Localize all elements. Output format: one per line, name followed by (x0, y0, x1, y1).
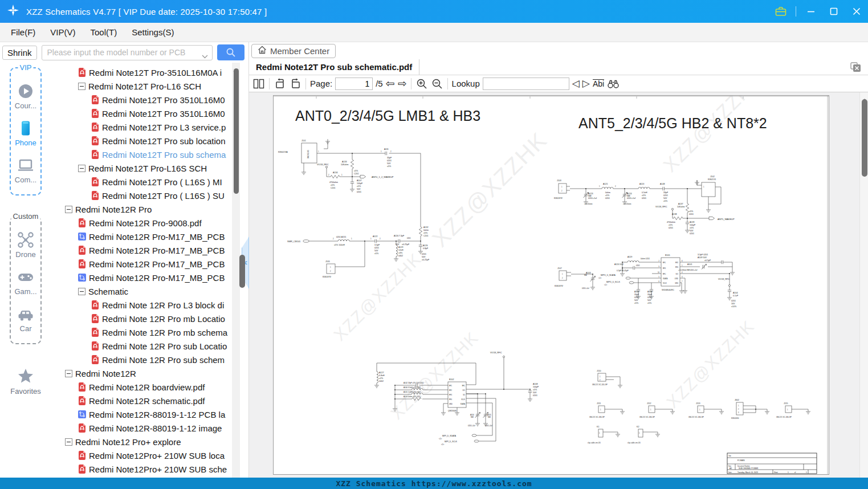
pdf-scrollbar[interactable] (859, 92, 868, 478)
close-button[interactable] (845, 0, 868, 23)
schematic-label: A122 (373, 235, 377, 238)
zoom-out-icon[interactable] (431, 78, 443, 90)
shrink-button[interactable]: Shrink (2, 46, 37, 60)
tree-file[interactable]: Redmi Note 12R Pro sub Locatio (51, 339, 248, 353)
tree-file[interactable]: Redmi Note 12R Pro L3 block di (51, 298, 248, 312)
tree-file[interactable]: Redmi Note12Pro+ 210W SUB sche (51, 462, 248, 476)
tree-file[interactable]: Redmi Note 12R Pro mb schema (51, 325, 248, 339)
home-icon (258, 46, 267, 56)
schematic-label: GND (449, 403, 453, 405)
rotate-right-icon[interactable] (289, 78, 301, 90)
schematic-label: ±5% (331, 184, 335, 186)
binoculars-icon[interactable] (607, 78, 620, 90)
schematic-label: 0201 (690, 233, 694, 235)
page-number-input[interactable] (335, 78, 373, 90)
collapse-icon[interactable] (78, 288, 85, 295)
collapse-icon[interactable] (78, 165, 85, 172)
tree-node[interactable]: Redmi Note12 Pro+ explore (51, 435, 248, 449)
schematic-label: 0201 (731, 300, 736, 302)
collapse-icon[interactable] (65, 206, 72, 213)
find-previous-icon[interactable]: ◁ (572, 78, 580, 89)
tree-file[interactable]: Redmi Note12T Pro sub schema (51, 148, 248, 161)
tree-node[interactable]: Redmi Note12T Pro-L16 SCH (51, 79, 248, 93)
maximize-button[interactable] (822, 0, 845, 23)
schematic-label: VIO18_RFIC (655, 206, 667, 208)
find-next-icon[interactable]: ▷ (582, 78, 590, 89)
schematic-label: A107 (357, 180, 361, 182)
pdf-viewport[interactable]: XZZ@XZZHKXZZ@XZZHKXZZ@XZZHKXZZ@XZZHKXZZ@… (249, 92, 868, 478)
tree-file[interactable]: Redmi Note12T Pro ( L16S ) MI (51, 175, 248, 189)
tree-scrollbar[interactable] (232, 63, 240, 478)
schematic-label: <2> (439, 438, 442, 440)
match-case-icon[interactable]: Abi (593, 79, 604, 88)
pcb-file-icon (78, 273, 86, 282)
schematic-label: ±5% (533, 389, 537, 391)
schematic-label: A109 50V (698, 256, 707, 259)
tree-file[interactable]: Redmi Note12R boardview.pdf (51, 380, 248, 394)
tree-scrollbar-thumb[interactable] (234, 68, 239, 194)
search-input[interactable] (42, 45, 213, 60)
tree-file[interactable]: Redmi Note12T Pro-3510L16M0A i (51, 66, 248, 79)
close-all-tabs-icon[interactable] (850, 62, 861, 75)
tree-item-label: Redmi Note12R Pro-M17_MB_PCB (89, 232, 225, 242)
schematic-page[interactable]: XZZ@XZZHKXZZ@XZZHKXZZ@XZZHKXZZ@XZZHKXZZ@… (273, 95, 829, 475)
tree-node[interactable]: Schematic (51, 284, 248, 298)
sidebar-item-gam[interactable]: Gam... (14, 268, 36, 296)
titlebar-divider (796, 6, 796, 17)
zoom-in-icon[interactable] (415, 78, 428, 90)
page-label: Page: (310, 79, 332, 88)
toolbox-icon[interactable] (769, 0, 792, 23)
rotate-left-icon[interactable] (274, 78, 286, 90)
member-center-button[interactable]: Member Center (251, 44, 336, 58)
tree-file[interactable]: Redmi Note12R Pro-M17_MB_PCB (51, 271, 248, 284)
tree-file[interactable]: Redmi Note12R schematic.pdf (51, 394, 248, 408)
sidebar-item-phone[interactable]: Phone (15, 119, 36, 147)
tree-file[interactable]: Redmi Note12R Pro-M17_MB_PCB (51, 257, 248, 271)
two-page-view-icon[interactable] (252, 78, 265, 90)
lookup-input[interactable] (483, 78, 569, 90)
tree-item-label: Redmi Note12T Pro 3510L16M0 (102, 95, 225, 105)
menu-file[interactable]: File(F) (3, 23, 43, 42)
tree-file[interactable]: Redmi Note12R-88019-1-12 image (51, 421, 248, 435)
collapse-icon[interactable] (65, 370, 72, 377)
tree-file[interactable]: Redmi Note12R Pro-M17_MB_PCB (51, 243, 248, 257)
sidebar-item-favorites[interactable]: Favorites (10, 368, 40, 396)
tree-file[interactable]: Redmi Note12R-88019-1-12 PCB la (51, 408, 248, 421)
tree-file[interactable]: Redmi Note12T Pro L3 service.p (51, 120, 248, 134)
search-button[interactable] (217, 44, 244, 60)
tree-file[interactable]: Redmi Note12R Pro-M17_MB_PCB (51, 230, 248, 243)
pdf-scrollbar-thumb[interactable] (862, 99, 867, 177)
chevron-down-icon[interactable] (202, 51, 208, 61)
sidebar-item-cour[interactable]: Cour... (15, 82, 36, 110)
collapse-icon[interactable] (78, 83, 85, 90)
tree-file[interactable]: Redmi Note 12R Pro sub schem (51, 353, 248, 366)
tree-file[interactable]: Redmi Note12Pro+ 210W SUB loca (51, 449, 248, 462)
menu-tool[interactable]: Tool(T) (83, 23, 125, 42)
tree-overlay-scrollbar-thumb[interactable] (239, 255, 245, 288)
schematic-label: A108 (533, 383, 537, 385)
schematic-label: VIO18_RFIC (718, 278, 730, 280)
tree-file[interactable]: Redmi Note12R Pro-9008.pdf (51, 216, 248, 230)
next-page-icon[interactable]: ⇨ (398, 78, 407, 89)
tree-file[interactable]: Redmi Note12T Pro 3510L16M0 (51, 93, 248, 107)
sidebar-item-drone[interactable]: Drone (15, 231, 35, 259)
previous-page-icon[interactable]: ⇦ (386, 78, 395, 89)
tree-node[interactable]: Redmi Note12T Pro-L16S SCH (51, 161, 248, 175)
document-tab[interactable]: Redmi Note12T Pro sub schematic.pdf (249, 59, 419, 75)
tree-node[interactable]: Redmi Note12R (51, 366, 248, 380)
schematic-label: 12nH (398, 249, 404, 251)
tree-file[interactable]: Redmi Note 12R Pro mb Locatio (51, 312, 248, 325)
minimize-button[interactable] (800, 0, 822, 23)
tree-file[interactable]: Redmi Note12T Pro sub location (51, 134, 248, 148)
tree-item-label: Redmi Note12T Pro ( L16S ) MI (102, 177, 222, 187)
tree-file[interactable]: Redmi Note12T Pro 3510L16M0 (51, 107, 248, 120)
sidebar-item-car[interactable]: Car (17, 305, 35, 333)
schematic-label: RF3 (663, 267, 666, 270)
pdf-file-icon (91, 314, 99, 323)
menu-vip[interactable]: VIP(V) (43, 23, 83, 42)
collapse-icon[interactable] (65, 438, 72, 446)
sidebar-item-com[interactable]: Com... (15, 156, 36, 184)
tree-file[interactable]: Redmi Note12T Pro ( L16S ) SU (51, 189, 248, 202)
menu-settings[interactable]: Settings(S) (124, 23, 181, 42)
tree-node[interactable]: Redmi Note12R Pro (51, 202, 248, 216)
